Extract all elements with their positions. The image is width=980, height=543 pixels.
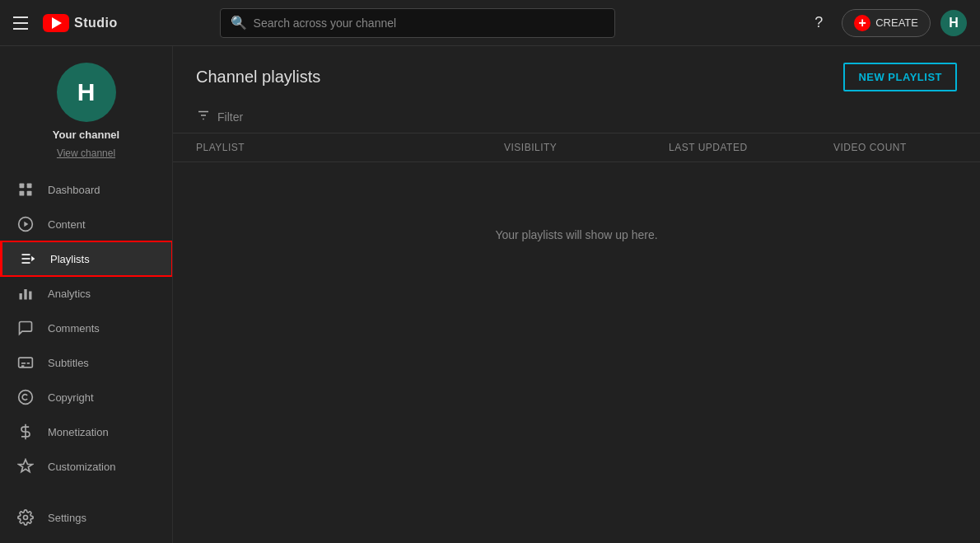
- avatar-initial: H: [949, 16, 959, 30]
- hamburger-menu[interactable]: [13, 13, 33, 33]
- user-avatar-button[interactable]: H: [940, 10, 967, 36]
- profile-initial: H: [77, 78, 96, 106]
- profile-view-channel-link[interactable]: View channel: [57, 147, 115, 159]
- playlists-empty-state: Your playlists will show up here.: [173, 162, 980, 307]
- filter-icon: [196, 108, 211, 126]
- main-content-area: Channel playlists NEW PLAYLIST Filter Pl…: [173, 46, 980, 543]
- playlists-icon: [19, 250, 37, 268]
- sidebar-item-settings-label: Settings: [48, 512, 86, 524]
- sidebar-item-playlists-label: Playlists: [50, 253, 90, 265]
- sidebar-item-playlists[interactable]: Playlists: [0, 241, 172, 276]
- filter-label: Filter: [217, 110, 243, 124]
- col-header-visibility: Visibility: [504, 142, 669, 153]
- filter-bar[interactable]: Filter: [173, 101, 980, 133]
- svg-rect-12: [29, 292, 31, 300]
- sidebar-item-content[interactable]: Content: [0, 207, 172, 241]
- play-icon: [52, 17, 62, 29]
- profile-avatar: H: [57, 63, 116, 122]
- nav-right: ? + CREATE H: [805, 9, 967, 37]
- svg-point-17: [19, 391, 33, 405]
- page-title: Channel playlists: [196, 68, 320, 87]
- subtitles-icon: [16, 353, 35, 372]
- sidebar-item-subtitles-label: Subtitles: [48, 357, 89, 369]
- sidebar-item-analytics-label: Analytics: [48, 288, 91, 300]
- sidebar-item-analytics[interactable]: Analytics: [0, 276, 172, 311]
- sidebar-item-dashboard-label: Dashboard: [48, 184, 100, 196]
- dashboard-icon: [16, 180, 35, 199]
- youtube-logo-icon: [43, 14, 69, 32]
- content-icon: [16, 215, 35, 233]
- customization-icon: [16, 457, 35, 475]
- top-navigation: Studio 🔍 ? + CREATE H: [0, 0, 980, 46]
- create-label: CREATE: [875, 16, 918, 29]
- settings-icon: [16, 508, 35, 527]
- monetization-icon: [16, 423, 35, 441]
- studio-wordmark: Studio: [74, 16, 118, 30]
- copyright-icon: [16, 388, 35, 406]
- sidebar-profile: H Your channel View channel: [0, 46, 172, 172]
- sidebar-item-comments-label: Comments: [48, 322, 100, 335]
- new-playlist-button[interactable]: NEW PLAYLIST: [843, 63, 957, 91]
- sidebar-item-comments[interactable]: Comments: [0, 311, 172, 345]
- col-header-last-updated: Last updated: [669, 142, 833, 153]
- sidebar-item-dashboard[interactable]: Dashboard: [0, 172, 172, 207]
- nav-left: Studio: [13, 13, 118, 33]
- search-input-wrap[interactable]: 🔍: [220, 8, 615, 38]
- sidebar-item-send-feedback[interactable]: Send feedback: [0, 535, 172, 543]
- sidebar-nav: Dashboard Content: [0, 172, 172, 543]
- playlists-table: Playlist Visibility Last updated Video c…: [173, 133, 980, 543]
- sidebar-item-customization-label: Customization: [48, 461, 115, 473]
- logo-area: Studio: [43, 14, 118, 32]
- svg-point-19: [24, 516, 28, 520]
- svg-rect-10: [20, 293, 22, 300]
- sidebar-item-subtitles[interactable]: Subtitles: [0, 345, 172, 380]
- analytics-icon: [16, 284, 35, 302]
- content-header: Channel playlists NEW PLAYLIST: [173, 46, 980, 101]
- svg-marker-5: [24, 222, 28, 227]
- sidebar-item-copyright-label: Copyright: [48, 391, 94, 404]
- create-plus-icon: +: [854, 15, 870, 31]
- empty-state-text: Your playlists will show up here.: [495, 228, 657, 241]
- sidebar-item-copyright[interactable]: Copyright: [0, 380, 172, 414]
- search-icon: 🔍: [231, 15, 247, 30]
- help-icon: ?: [814, 14, 823, 31]
- sidebar-item-content-label: Content: [48, 218, 86, 231]
- sidebar: H Your channel View channel Dashboard: [0, 46, 173, 543]
- svg-marker-9: [31, 256, 35, 262]
- col-header-video-count: Video count: [833, 142, 957, 153]
- create-button[interactable]: + CREATE: [842, 9, 931, 37]
- sidebar-item-monetization-label: Monetization: [48, 426, 109, 438]
- sidebar-item-monetization[interactable]: Monetization: [0, 414, 172, 449]
- sidebar-item-customization[interactable]: Customization: [0, 449, 172, 484]
- search-bar: 🔍: [220, 8, 615, 38]
- comments-icon: [16, 319, 35, 337]
- svg-rect-11: [24, 289, 26, 300]
- sidebar-item-settings[interactable]: Settings: [0, 500, 172, 535]
- svg-rect-0: [20, 184, 25, 189]
- col-header-playlist: Playlist: [196, 142, 504, 153]
- table-header-row: Playlist Visibility Last updated Video c…: [173, 133, 980, 162]
- search-input[interactable]: [254, 16, 604, 30]
- help-button[interactable]: ?: [805, 10, 832, 36]
- svg-rect-1: [27, 184, 32, 189]
- svg-rect-3: [27, 191, 32, 196]
- main-layout: H Your channel View channel Dashboard: [0, 46, 980, 543]
- profile-channel-name: Your channel: [53, 129, 119, 141]
- svg-rect-2: [20, 191, 25, 196]
